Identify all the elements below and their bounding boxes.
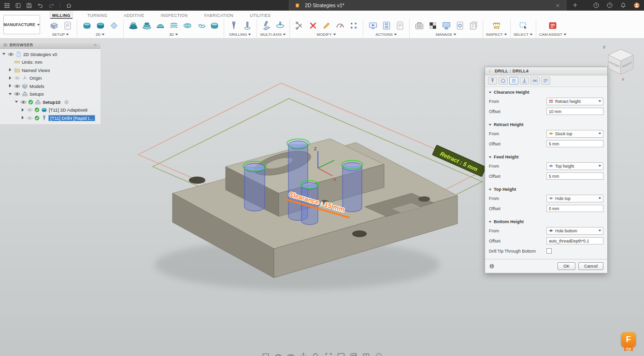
tool-library-icon[interactable] [413,19,426,32]
section-header-retract-height[interactable]: Retract Height [485,121,607,128]
dialog-tab-cycle[interactable] [520,77,529,85]
create-pattern-icon[interactable] [347,19,360,32]
clearance-height-offset-input[interactable] [546,108,603,115]
section-header-bottom-height[interactable]: Bottom Height [485,218,607,226]
ribbon-group-label-modify[interactable]: MODIFY [316,32,336,37]
top-height-offset-input[interactable] [546,205,603,212]
section-header-clearance-height[interactable]: Clearance Height [485,88,607,96]
undo-icon[interactable] [35,1,45,10]
window-select-icon[interactable] [516,19,530,32]
tree-collapse-icon[interactable] [1,53,6,56]
drill-icon[interactable] [227,19,240,32]
dialog-tab-linking[interactable] [530,77,540,85]
fit-icon[interactable] [324,352,332,356]
task-manager-icon[interactable] [426,19,439,32]
ribbon-tab-additive[interactable]: ADDITIVE [122,12,146,19]
measure-icon[interactable] [490,19,503,32]
machine-library-icon[interactable] [440,19,453,32]
setup-machine-icon[interactable] [47,19,60,32]
chamfer-2d-icon[interactable] [107,19,120,32]
dialog-tab-tool[interactable] [488,77,497,85]
browser-item-setups[interactable]: Setups [0,90,100,99]
section-header-feed-height[interactable]: Feed Height [485,153,607,161]
tree-expand-icon[interactable] [8,84,13,88]
post-library-icon[interactable] [453,19,466,32]
section-header-top-height[interactable]: Top Height [485,185,607,193]
ribbon-group-label-select[interactable]: SELECT [514,32,533,37]
tree-collapse-icon[interactable] [14,100,19,103]
document-tab[interactable]: 2D Strategies v1* [289,0,566,11]
visibility-eye-icon[interactable] [27,116,33,120]
bore-icon[interactable] [241,19,254,32]
ribbon-tab-milling[interactable]: MILLING [50,12,73,19]
bottom-height-from-select[interactable]: Hole bottom [546,227,603,235]
feed-optimization-icon[interactable] [333,19,346,32]
setup-sheet-icon[interactable] [61,19,74,32]
pan-icon[interactable] [299,352,307,356]
ribbon-tab-fabrication[interactable]: FABRICATION [202,12,235,19]
visibility-eye-icon[interactable] [27,108,33,112]
browser-header[interactable]: BROWSER [0,42,100,49]
browser-item-units-mm[interactable]: Units: mm [0,58,100,67]
help-icon[interactable]: ? [604,1,615,10]
ribbon-group-label-2d[interactable]: 2D [96,32,105,37]
visibility-eye-icon[interactable] [14,92,20,96]
ribbon-tab-inspection[interactable]: INSPECTION [159,12,190,19]
orbit-icon[interactable] [274,352,282,356]
top-height-from-select[interactable]: Hole top [546,195,603,202]
new-tab-icon[interactable] [570,0,580,10]
setup-sheet-action-icon[interactable] [393,19,406,32]
parallel-icon[interactable] [167,19,180,32]
visibility-eye-icon[interactable] [8,52,14,57]
look-at-icon[interactable] [286,352,295,356]
ribbon-group-label-inspect[interactable]: INSPECT [486,32,507,37]
clearance-height-from-select[interactable]: Retract height [546,98,603,105]
simulate-icon[interactable] [366,19,379,32]
workspace-selector[interactable]: MANUFACTURE [3,15,40,34]
comment-icon[interactable] [261,352,270,356]
adaptive-clearing-icon[interactable] [127,19,140,32]
browser-item-named-views[interactable]: Named Views [0,66,100,74]
tree-collapse-icon[interactable] [8,93,13,96]
data-panel-icon[interactable] [13,1,23,10]
dialog-tab-heights[interactable] [509,77,518,85]
notifications-icon[interactable] [618,1,628,10]
steep-shallow-icon[interactable] [154,19,167,32]
ribbon-tab-turning[interactable]: TURNING [86,12,110,19]
face-mill-icon[interactable] [80,19,93,32]
tree-expand-icon[interactable] [20,108,25,112]
retract-height-from-select[interactable]: Stock top [546,130,603,138]
ribbon-group-label-3d[interactable]: 3D [169,32,178,37]
ribbon-group-label-multi-axis[interactable]: MULTI-AXIS [260,32,286,37]
feed-height-offset-input[interactable] [546,172,603,180]
ribbon-tab-utilities[interactable]: UTILITIES [248,12,272,19]
post-process-icon[interactable]: G1G2 [380,19,393,32]
tree-expand-icon[interactable] [8,76,13,80]
visibility-eye-icon[interactable] [20,100,27,104]
pocket-clearing-icon[interactable] [140,19,153,32]
ribbon-group-label-cam-assist[interactable]: CAM ASSIST [539,32,567,37]
dialog-header[interactable]: DRILL : DRILL4 [485,67,607,75]
cam-assist-icon[interactable] [546,19,559,32]
visibility-eye-icon[interactable] [14,84,20,88]
browser-item-2d-strategies-v0[interactable]: 2D Strategies v0 [0,50,100,58]
ribbon-group-label-setup[interactable]: SETUP [52,32,70,37]
ribbon-group-label-actions[interactable]: ACTIONS [375,32,397,37]
home-icon[interactable] [64,1,74,10]
redo-icon[interactable] [46,1,57,10]
ribbon-group-label-drilling[interactable]: DRILLING [229,32,252,37]
grid-display-icon[interactable] [349,352,358,356]
swarf-icon[interactable] [260,19,273,32]
dialog-tab-passes[interactable] [541,77,550,85]
browser-item-models[interactable]: Models [0,82,100,90]
tree-expand-icon[interactable] [20,116,25,120]
trim-icon[interactable] [293,19,306,32]
zoom-icon[interactable] [312,352,320,356]
delete-toolpath-icon[interactable] [306,19,319,32]
browser-item-origin[interactable]: Origin [0,74,100,83]
ribbon-group-label-manage[interactable]: MANAGE [436,32,457,37]
display-settings-icon[interactable] [337,352,345,356]
dialog-tab-geometry[interactable] [499,77,508,85]
ok-button[interactable]: OK [558,262,575,270]
viewport[interactable]: Z X Clearance : 15 mm Retract : 5 mm BRO… [0,39,644,356]
